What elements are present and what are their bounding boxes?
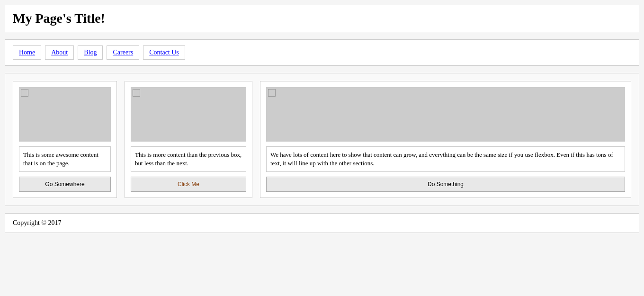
card-2-image (131, 87, 246, 142)
broken-image-icon-3 (268, 89, 276, 97)
card-3: We have lots of content here to show tha… (260, 81, 631, 198)
page-title: My Page's Title! (13, 11, 631, 26)
main-section: This is some awesome content that is on … (5, 73, 639, 206)
nav-link-contact[interactable]: Contact Us (143, 45, 185, 60)
footer: Copyright © 2017 (5, 213, 639, 233)
card-1-text: This is some awesome content that is on … (19, 146, 111, 172)
cards-container: This is some awesome content that is on … (13, 81, 631, 198)
nav-link-blog[interactable]: Blog (78, 45, 103, 60)
nav-list: Home About Blog Careers Contact Us (13, 45, 631, 60)
card-3-text: We have lots of content here to show tha… (266, 146, 625, 172)
broken-image-icon-1 (21, 89, 28, 97)
card-3-image (266, 87, 625, 142)
nav-link-home[interactable]: Home (13, 45, 41, 60)
broken-image-icon-2 (133, 89, 140, 97)
click-me-button[interactable]: Click Me (131, 177, 246, 192)
header: My Page's Title! (5, 5, 639, 32)
do-something-button[interactable]: Do Something (266, 177, 625, 192)
nav-section: Home About Blog Careers Contact Us (5, 39, 639, 66)
nav-item-blog: Blog (78, 45, 103, 60)
nav-item-about: About (45, 45, 74, 60)
nav-item-contact: Contact Us (143, 45, 185, 60)
card-1: This is some awesome content that is on … (13, 81, 117, 198)
card-2: This is more content than the previous b… (125, 81, 252, 198)
card-1-image (19, 87, 111, 142)
page-wrapper: My Page's Title! Home About Blog Careers… (5, 5, 639, 233)
nav-item-home: Home (13, 45, 41, 60)
nav-item-careers: Careers (107, 45, 139, 60)
card-2-text: This is more content than the previous b… (131, 146, 246, 172)
nav-link-careers[interactable]: Careers (107, 45, 139, 60)
footer-text: Copyright © 2017 (13, 219, 61, 226)
nav-link-about[interactable]: About (45, 45, 74, 60)
go-somewhere-button[interactable]: Go Somewhere (19, 177, 111, 192)
